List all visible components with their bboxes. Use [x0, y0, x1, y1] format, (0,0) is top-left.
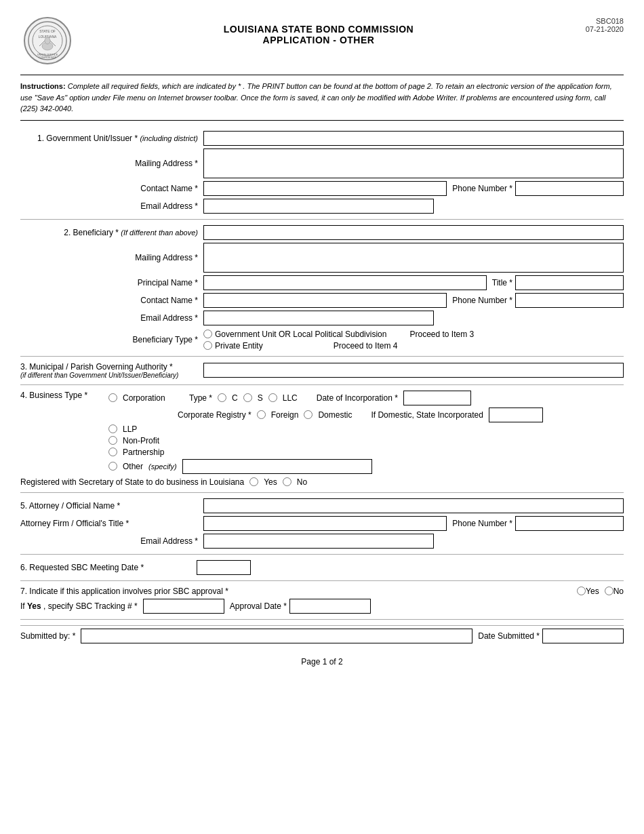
- divider-2: [20, 356, 624, 357]
- phone1-input[interactable]: [515, 181, 624, 196]
- domestic-state-input[interactable]: [489, 408, 543, 422]
- principal-name-input[interactable]: [203, 275, 487, 290]
- email2-input[interactable]: [203, 311, 434, 325]
- approval-date-input[interactable]: [289, 599, 371, 614]
- phone2-input[interactable]: [515, 293, 624, 308]
- biz-type-corporation-radio[interactable]: [108, 393, 117, 402]
- logo-area: STATE OF LOUISIANA UNION·JUSTICE CONFIDE…: [20, 14, 75, 68]
- attorney-firm-label: Attorney Firm / Official's Title *: [20, 519, 203, 528]
- mailing-address1-row: Mailing Address *: [20, 148, 624, 178]
- nonprofit-row: Non-Profit: [108, 436, 624, 445]
- business-type-options: Corporation Type * C S LLC Date of Incor…: [108, 391, 624, 474]
- ben-type-option1-group: Government Unit OR Local Political Subdi…: [203, 330, 474, 339]
- phone2-group: Phone Number *: [452, 293, 624, 308]
- divider-5: [20, 554, 624, 555]
- ben-type-radio-private[interactable]: [203, 341, 212, 350]
- title-line1: LOUISIANA STATE BOND COMMISSION: [75, 24, 563, 35]
- ben-type-radio-govt[interactable]: [203, 330, 212, 338]
- attorney-email-label: Email Address *: [20, 536, 203, 546]
- attorney-name-label: 5. Attorney / Official Name *: [20, 501, 203, 511]
- item6-row: 6. Requested SBC Meeting Date *: [20, 560, 624, 575]
- contact-name2-label: Contact Name *: [20, 296, 203, 305]
- prior-approval-no-radio[interactable]: [605, 587, 613, 595]
- biz-type-partnership-radio[interactable]: [108, 448, 117, 456]
- corp-type-c-radio[interactable]: [218, 393, 226, 402]
- email2-label: Email Address *: [20, 313, 203, 323]
- mailing-address2-input[interactable]: [203, 243, 624, 273]
- biz-type-nonprofit-radio[interactable]: [108, 436, 117, 445]
- page-footer: Page 1 of 2: [20, 657, 624, 667]
- instructions-text: Complete all required fields, which are …: [20, 82, 612, 113]
- date-of-incorporation-input[interactable]: [403, 391, 471, 405]
- corp-registry-row: Corporate Registry * Foreign Domestic If…: [178, 408, 624, 422]
- divider-3: [20, 384, 624, 385]
- biz-type-llp-radio[interactable]: [108, 424, 117, 433]
- principal-name-row: Principal Name * Title *: [20, 275, 624, 290]
- principal-name-label: Principal Name *: [20, 278, 203, 287]
- submitted-by-input[interactable]: [81, 629, 472, 643]
- attorney-name-row: 5. Attorney / Official Name *: [20, 498, 624, 513]
- item2-input[interactable]: [203, 225, 624, 240]
- form-title: LOUISIANA STATE BOND COMMISSION APPLICAT…: [75, 14, 563, 45]
- item3-row: 3. Municipal / Parish Governing Authorit…: [20, 362, 624, 379]
- item3-input[interactable]: [203, 363, 624, 378]
- svg-text:CONFIDENCE: CONFIDENCE: [39, 56, 57, 59]
- section-5: 5. Attorney / Official Name * Attorney F…: [20, 498, 624, 549]
- submitted-row: Submitted by: * Date Submitted *: [20, 625, 624, 643]
- date-submitted-label: Date Submitted *: [478, 631, 540, 641]
- email2-row: Email Address *: [20, 311, 624, 325]
- date-submitted-input[interactable]: [542, 629, 624, 643]
- attorney-phone-input[interactable]: [515, 516, 624, 531]
- section-1: 1. Government Unit/Issuer * (including d…: [20, 131, 624, 214]
- other-row: Other (specify): [108, 459, 624, 474]
- svg-text:STATE OF: STATE OF: [39, 29, 56, 33]
- prior-approval-yes-radio[interactable]: [577, 587, 586, 595]
- item3-label: 3. Municipal / Parish Governing Authorit…: [20, 362, 203, 379]
- other-specify-input[interactable]: [182, 459, 372, 474]
- email1-row: Email Address *: [20, 199, 624, 214]
- attorney-email-input[interactable]: [203, 534, 434, 549]
- item7-row: 7. Indicate if this application involves…: [20, 587, 624, 596]
- registered-no-radio[interactable]: [283, 477, 291, 486]
- item1-input[interactable]: [203, 131, 624, 146]
- corp-reg-foreign-radio[interactable]: [257, 410, 266, 419]
- beneficiary-type-row: Beneficiary Type * Government Unit OR Lo…: [20, 330, 624, 351]
- attorney-email-row: Email Address *: [20, 534, 624, 549]
- item2-label: 2. Beneficiary * (If different than abov…: [20, 228, 203, 237]
- section-4: 4. Business Type * Corporation Type * C …: [20, 391, 624, 487]
- corp-reg-domestic-radio[interactable]: [304, 410, 313, 419]
- divider-7: [20, 619, 624, 620]
- submitted-by-label: Submitted by: *: [20, 631, 75, 641]
- mailing-address1-input[interactable]: [203, 148, 624, 178]
- section-3: 3. Municipal / Parish Governing Authorit…: [20, 362, 624, 379]
- contact-name1-label: Contact Name *: [20, 184, 203, 193]
- title-input[interactable]: [515, 275, 624, 290]
- biz-type-other-radio[interactable]: [108, 462, 117, 471]
- email1-input[interactable]: [203, 199, 434, 214]
- contact-name2-input[interactable]: [203, 293, 447, 308]
- divider-1: [20, 219, 624, 220]
- email1-label: Email Address *: [20, 201, 203, 211]
- mailing-address1-label: Mailing Address *: [20, 159, 203, 168]
- title-line2: APPLICATION - OTHER: [75, 35, 563, 45]
- attorney-firm-input[interactable]: [203, 516, 447, 531]
- contact-name1-input[interactable]: [203, 181, 447, 196]
- sbc-tracking-input[interactable]: [143, 599, 224, 614]
- mailing-address2-row: Mailing Address *: [20, 243, 624, 273]
- corp-type-s-radio[interactable]: [243, 393, 252, 402]
- title-group: Title *: [492, 275, 624, 290]
- item2-row: 2. Beneficiary * (If different than abov…: [20, 225, 624, 240]
- corp-type-llc-radio[interactable]: [268, 393, 277, 402]
- attorney-name-input[interactable]: [203, 498, 624, 513]
- instructions-block: Instructions: Complete all required fiel…: [20, 75, 624, 121]
- ben-type-option2-group: Private Entity Proceed to Item 4: [203, 341, 474, 351]
- item4-label: 4. Business Type *: [20, 391, 108, 400]
- registered-row: Registered with Secretary of State to do…: [20, 477, 624, 487]
- attorney-phone-group: Phone Number *: [452, 516, 624, 531]
- item4-header: 4. Business Type * Corporation Type * C …: [20, 391, 624, 474]
- registered-yes-radio[interactable]: [249, 477, 258, 486]
- section-2: 2. Beneficiary * (If different than abov…: [20, 225, 624, 351]
- divider-6: [20, 580, 624, 581]
- beneficiary-type-label: Beneficiary Type *: [20, 335, 203, 344]
- sbc-meeting-date-input[interactable]: [197, 560, 251, 575]
